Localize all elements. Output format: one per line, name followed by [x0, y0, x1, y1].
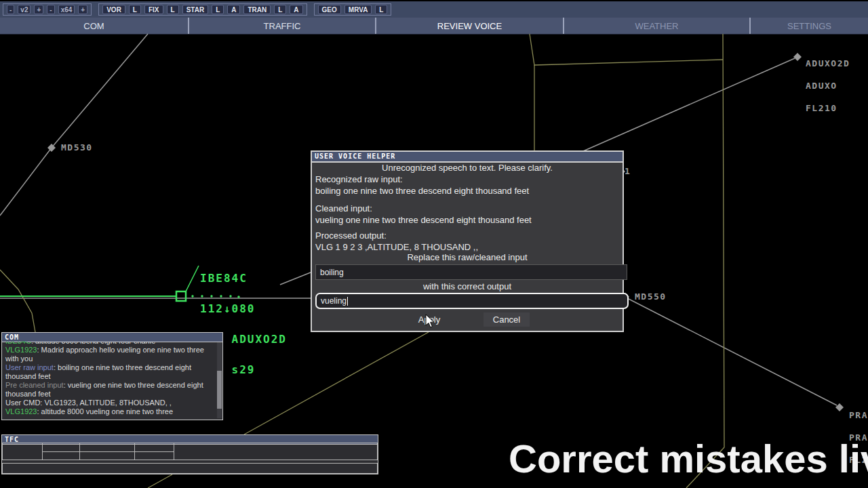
waypoint-label-aduxo: ADUXO2D ADUXO FL210	[806, 45, 850, 119]
raw-input-label: Recognized raw input:	[315, 174, 403, 184]
with-instruction: with this correct output	[312, 281, 623, 291]
replace-instruction: Replace this raw/cleaned input	[312, 252, 623, 262]
dialog-title: USER VOICE HELPER	[312, 152, 623, 163]
com-scrollbar[interactable]	[217, 342, 222, 418]
tfc-cell	[134, 451, 174, 460]
processed-output-label: Processed output:	[315, 230, 387, 241]
video-caption: Correct mistakes liv	[509, 436, 868, 481]
raw-input-value: boiling one nine two three descend eight…	[315, 186, 529, 196]
correct-text-input[interactable]: vueling	[315, 293, 629, 309]
route-segment-to-aduxo-upper	[583, 58, 795, 151]
sector-boundary-right-vertical	[686, 34, 724, 488]
tfc-cell	[42, 443, 80, 452]
sector-boundary-diagonal-lower	[148, 474, 172, 488]
log-line: VLG1923: Madrid approach hello vueling o…	[5, 346, 216, 363]
com-panel-title: COM	[2, 333, 222, 342]
aircraft-target-symbol[interactable]	[176, 291, 186, 301]
log-line: User raw input: boiling one nine two thr…	[5, 363, 216, 381]
cleaned-input-label: Cleaned input:	[315, 203, 372, 214]
aircraft-leader-line	[186, 266, 199, 291]
mouse-cursor	[425, 314, 437, 329]
sector-boundary-top	[530, 34, 723, 65]
tfc-cell	[79, 443, 135, 452]
tfc-cell	[79, 451, 135, 460]
cancel-button[interactable]: Cancel	[484, 312, 530, 327]
waypoint-label-partial: 1	[625, 167, 631, 175]
text-caret	[347, 297, 348, 306]
tfc-footer-row	[2, 463, 378, 474]
processed-output-value: VLG 1 9 2 3 ,ALTITUDE, 8 THOUSAND ,,	[315, 242, 478, 252]
log-line: User CMD: VLG1923, ALTITUDE, 8THOUSAND, …	[5, 399, 216, 407]
aircraft-altitude: 112↓080	[200, 304, 287, 314]
tfc-cell	[42, 451, 80, 460]
dialog-message: Unrecognized speech to text. Please clar…	[312, 163, 623, 173]
sector-boundary-far-left	[0, 270, 35, 332]
waypoint-diamond-prado	[835, 403, 844, 411]
aircraft-callsign: IBE84C	[200, 273, 287, 283]
tfc-cell	[174, 443, 378, 460]
com-scrollbar-thumb[interactable]	[217, 371, 222, 409]
tfc-cell	[2, 443, 43, 460]
log-line: VLG1923: altitude 8000 vueling one nine …	[5, 407, 216, 416]
user-voice-helper-dialog: USER VOICE HELPER Unrecognized speech to…	[311, 150, 624, 332]
log-line: Pre cleaned input: vueling one nine two …	[5, 381, 216, 399]
com-panel: COM IBE84C: altitude 8000 iberia eight f…	[1, 332, 223, 420]
tfc-cell	[134, 443, 174, 452]
cleaned-input-value: vueling one nine two three descend eight…	[315, 215, 532, 225]
airway-line-md550-prado	[627, 298, 837, 405]
airway-line-md530	[0, 34, 148, 216]
tfc-panel: TFC	[1, 434, 378, 474]
com-log[interactable]: IBE84C: altitude 8000 iberia eight four …	[2, 342, 216, 419]
waypoint-label-md550: MD550	[635, 293, 667, 300]
waypoint-diamond-aduxo	[793, 53, 802, 61]
replace-text-input[interactable]: boiling	[315, 264, 627, 280]
waypoint-label-md530: MD530	[61, 144, 93, 151]
